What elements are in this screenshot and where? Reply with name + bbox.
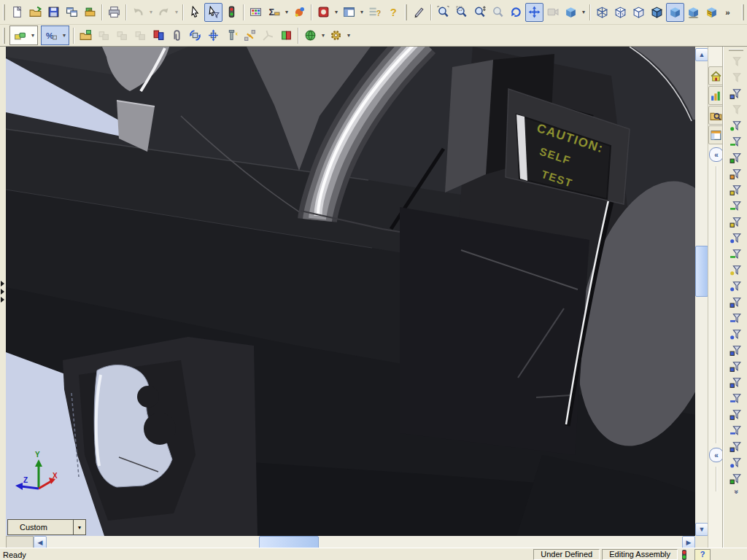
change-suppression-button[interactable] bbox=[113, 26, 131, 45]
filter-axes-button[interactable] bbox=[728, 198, 744, 214]
scroll-up-button[interactable]: ▲ bbox=[695, 48, 708, 61]
toggle-selection-filters-button[interactable] bbox=[728, 70, 744, 85]
open-part-button[interactable] bbox=[77, 26, 95, 45]
open-button[interactable] bbox=[26, 3, 44, 22]
zoom-to-area-button[interactable] bbox=[452, 3, 471, 22]
window-layout-button[interactable] bbox=[340, 3, 358, 22]
status-help-button[interactable]: ? bbox=[694, 549, 711, 560]
component-display-combo[interactable]: % bbox=[42, 26, 61, 45]
solidworks-office-button-dropdown-icon[interactable]: ▾ bbox=[333, 4, 340, 21]
filter-datums-button[interactable] bbox=[728, 391, 744, 406]
filter-center-marks-button[interactable] bbox=[728, 295, 744, 310]
hide-show-components-button[interactable] bbox=[95, 26, 113, 45]
interference-detection-button[interactable] bbox=[277, 26, 295, 45]
zoom-to-selection-button[interactable] bbox=[489, 3, 507, 22]
hidden-lines-removed-button[interactable] bbox=[630, 3, 648, 22]
explode-line-sketch-button[interactable] bbox=[259, 26, 277, 45]
filter-connection-points-button[interactable] bbox=[728, 471, 744, 486]
clear-all-filters-button[interactable] bbox=[728, 54, 744, 69]
shadows-button[interactable] bbox=[684, 3, 703, 22]
tab-design-library[interactable] bbox=[708, 86, 724, 105]
help-button[interactable]: ? bbox=[384, 3, 402, 22]
make-drawing-button[interactable] bbox=[63, 3, 81, 22]
print-button[interactable] bbox=[105, 3, 123, 22]
filter-notes-button[interactable] bbox=[728, 359, 744, 374]
toolbar-grip[interactable] bbox=[405, 4, 407, 20]
filter-surface-finish-symbols-button[interactable] bbox=[728, 423, 744, 438]
undo-button[interactable] bbox=[129, 3, 147, 22]
tab-solidworks-resources[interactable] bbox=[708, 66, 724, 85]
vertical-scrollbar[interactable]: ▲ ▼ bbox=[695, 47, 708, 536]
vscroll-thumb[interactable] bbox=[695, 246, 708, 297]
filter-dimensions-button[interactable] bbox=[728, 327, 744, 342]
edit-component-button[interactable] bbox=[131, 26, 150, 45]
toolbar-grip[interactable] bbox=[742, 4, 744, 20]
command-list-button[interactable]: ? bbox=[365, 3, 384, 22]
filter-solid-bodies-button[interactable] bbox=[728, 182, 744, 198]
filter-geometric-tolerances-button[interactable] bbox=[728, 439, 744, 454]
scroll-down-button[interactable]: ▼ bbox=[695, 523, 708, 536]
redo-button-dropdown-icon[interactable]: ▾ bbox=[173, 4, 180, 21]
new-button[interactable] bbox=[8, 3, 26, 22]
simulation-button-dropdown-icon[interactable]: ▾ bbox=[345, 27, 352, 44]
filter-surface-bodies-button[interactable] bbox=[728, 166, 744, 182]
toolbar-grip[interactable] bbox=[3, 4, 5, 20]
task-pane-collapse-button[interactable]: « bbox=[709, 147, 724, 162]
pan-button[interactable] bbox=[525, 3, 543, 22]
smart-fasteners-button[interactable] bbox=[222, 26, 241, 45]
wireframe-button[interactable] bbox=[593, 3, 611, 22]
rotate-component-button[interactable] bbox=[186, 26, 204, 45]
tab-view-palette[interactable] bbox=[708, 125, 724, 144]
previous-view-button[interactable] bbox=[410, 3, 428, 22]
mate-button[interactable] bbox=[168, 26, 186, 45]
save-button[interactable] bbox=[44, 3, 63, 22]
standard-views-button[interactable] bbox=[562, 3, 580, 22]
task-pane-collapse-button[interactable]: « bbox=[709, 448, 724, 462]
make-assembly-button[interactable] bbox=[81, 3, 99, 22]
simulation-button[interactable] bbox=[327, 26, 345, 45]
tab-file-explorer[interactable] bbox=[708, 106, 724, 125]
undo-button-dropdown-icon[interactable]: ▾ bbox=[147, 4, 155, 21]
filter-sketches-button[interactable] bbox=[728, 246, 744, 262]
assembly-tools-button[interactable] bbox=[301, 26, 320, 45]
rotate-view-button[interactable] bbox=[507, 3, 525, 22]
filter-edges-button[interactable] bbox=[728, 134, 744, 149]
graphics-viewport[interactable]: CAUTION: SELF TEST Y X Z Custom ▾ bbox=[6, 47, 695, 536]
select-button[interactable] bbox=[186, 3, 204, 22]
assembly-tools-button-dropdown-icon[interactable]: ▾ bbox=[320, 27, 327, 44]
move-component-button[interactable] bbox=[204, 26, 222, 45]
filter-sketch-segments-button[interactable] bbox=[728, 262, 744, 278]
toolbar-overflow-chevron[interactable]: » bbox=[721, 3, 739, 22]
section-view-button[interactable] bbox=[703, 3, 721, 22]
component-display-combo-dropdown-icon[interactable]: ▾ bbox=[61, 27, 68, 44]
filter-midpoints-button[interactable] bbox=[728, 279, 744, 294]
rebuild-button[interactable] bbox=[222, 3, 241, 22]
invert-selection-button[interactable] bbox=[728, 102, 744, 117]
horizontal-scrollbar[interactable]: ◀ ▶ bbox=[6, 536, 695, 548]
redo-button[interactable] bbox=[155, 3, 173, 22]
zoom-in-out-button[interactable] bbox=[471, 3, 489, 22]
filter-toolbar-overflow-chevron[interactable]: » bbox=[732, 487, 740, 497]
edit-color-button[interactable] bbox=[247, 3, 265, 22]
curvature-button[interactable] bbox=[290, 3, 309, 22]
filter-planes-button[interactable] bbox=[728, 214, 744, 230]
toolbar-grip[interactable] bbox=[3, 28, 5, 44]
shaded-with-edges-button[interactable] bbox=[648, 3, 666, 22]
zoom-to-fit-button[interactable] bbox=[434, 3, 452, 22]
measure-button[interactable]: Σ bbox=[265, 3, 283, 22]
selection-filter-toggle[interactable] bbox=[204, 3, 222, 22]
filter-sketch-points-button[interactable] bbox=[728, 230, 744, 246]
measure-button-dropdown-icon[interactable]: ▾ bbox=[283, 4, 290, 21]
combo-dropdown-icon[interactable]: ▾ bbox=[73, 520, 85, 534]
select-all-filters-button[interactable] bbox=[728, 86, 744, 101]
no-external-references-button[interactable] bbox=[150, 26, 168, 45]
window-layout-button-dropdown-icon[interactable]: ▾ bbox=[358, 4, 365, 21]
3d-drawing-view-button[interactable] bbox=[543, 3, 562, 22]
shaded-button[interactable] bbox=[666, 3, 684, 22]
filter-datum-targets-button[interactable] bbox=[728, 455, 744, 470]
filter-vertices-button[interactable] bbox=[728, 118, 744, 133]
view-orientation-combo[interactable]: Custom ▾ bbox=[7, 519, 86, 535]
filter-balloons-button[interactable] bbox=[728, 375, 744, 390]
hidden-lines-visible-button[interactable] bbox=[611, 3, 630, 22]
filter-centerline-button[interactable] bbox=[728, 311, 744, 326]
